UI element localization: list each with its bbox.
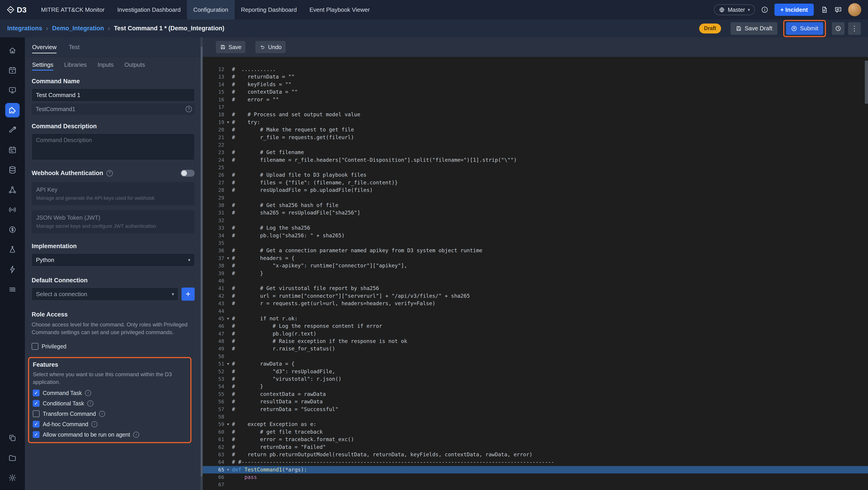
version-history-button[interactable]: [832, 22, 844, 35]
feature-adhoc-command[interactable]: ✓ Ad-hoc Command i: [33, 421, 187, 428]
code-line[interactable]: 38# "x-apikey": runtime["connector"]["ap…: [203, 262, 868, 269]
nav-configuration[interactable]: Configuration: [187, 0, 235, 20]
webhook-auth-toggle[interactable]: [181, 170, 195, 177]
tab-test[interactable]: Test: [69, 37, 80, 57]
code-line[interactable]: 66 pass: [203, 473, 868, 481]
code-line[interactable]: 59▾# except Exception as e:: [203, 421, 868, 428]
rail-finance[interactable]: [0, 220, 25, 239]
nav-reporting-dashboard[interactable]: Reporting Dashboard: [235, 0, 303, 20]
code-line[interactable]: 36# # Get a connection parameter named a…: [203, 247, 868, 254]
panel-scrollbar-thumb[interactable]: [201, 47, 203, 477]
rail-automation[interactable]: [0, 259, 25, 279]
info-icon[interactable]: i: [133, 432, 139, 438]
add-connection-button[interactable]: +: [182, 288, 195, 301]
editor-scrollbar[interactable]: [865, 57, 868, 490]
code-line[interactable]: 62# returnData = "Failed": [203, 443, 868, 451]
code-line[interactable]: 47# pb.log(r.text): [203, 330, 868, 338]
save-button[interactable]: Save: [216, 41, 246, 53]
rail-events[interactable]: [0, 140, 25, 160]
breadcrumb-integrations[interactable]: Integrations: [7, 25, 42, 32]
code-line[interactable]: 32: [203, 217, 868, 224]
jwt-section[interactable]: JSON Web Token (JWT) Manage secret keys …: [32, 210, 195, 233]
code-line[interactable]: 64# #-----------------------------------…: [203, 458, 868, 466]
code-line[interactable]: 49# r.raise_for_status(): [203, 345, 868, 352]
code-line[interactable]: 40: [203, 277, 868, 285]
rail-home[interactable]: [0, 40, 25, 60]
code-line[interactable]: 17: [203, 104, 868, 111]
info-icon[interactable]: [761, 6, 769, 13]
code-line[interactable]: 35: [203, 239, 868, 247]
code-line[interactable]: 41# # Get virustotal file report by sha2…: [203, 285, 868, 292]
info-icon[interactable]: i: [99, 411, 105, 417]
code-line[interactable]: 44: [203, 308, 868, 315]
rail-integrations[interactable]: [0, 100, 25, 120]
code-line[interactable]: 22: [203, 141, 868, 149]
editor-scrollbar-thumb[interactable]: [865, 61, 868, 104]
code-line[interactable]: 31# sha265 = resUploadFile["sha256"]: [203, 209, 868, 217]
conditional-task-checkbox[interactable]: ✓: [33, 400, 39, 407]
code-line[interactable]: 42# url = runtime["connector"]["serverur…: [203, 292, 868, 300]
d3-logo[interactable]: D3: [7, 5, 26, 14]
rail-utilities[interactable]: [0, 120, 25, 140]
code-line[interactable]: 21# r_file = requests.get(fileurl): [203, 134, 868, 141]
fold-arrow-icon[interactable]: ▾: [224, 119, 232, 126]
rail-data[interactable]: [0, 160, 25, 180]
feature-transform-command[interactable]: Transform Command i: [33, 410, 187, 417]
code-line[interactable]: 20# # Make the request to get file: [203, 126, 868, 134]
code-line[interactable]: 30# # Get sha256 hash of file: [203, 202, 868, 209]
code-line[interactable]: 14# keyFields = "": [203, 81, 868, 88]
feature-run-on-agent[interactable]: ✓ Allow command to be run on agent i: [33, 431, 187, 438]
subtab-libraries[interactable]: Libraries: [64, 57, 87, 73]
code-line[interactable]: 55# contextData = rawData: [203, 391, 868, 398]
code-line[interactable]: 18# # Process and set output model value: [203, 111, 868, 118]
fold-arrow-icon[interactable]: ▾: [224, 255, 232, 262]
code-editor[interactable]: 12# ...........13# returnData = ""14# ke…: [203, 57, 868, 490]
user-avatar[interactable]: [848, 3, 861, 16]
save-draft-button[interactable]: Save Draft: [731, 22, 777, 35]
rail-lab[interactable]: [0, 239, 25, 259]
rail-connections[interactable]: [0, 180, 25, 200]
code-line[interactable]: 28# resUploadFile = pb.uploadFile(files): [203, 186, 868, 194]
subtab-inputs[interactable]: Inputs: [98, 57, 114, 73]
adhoc-command-checkbox[interactable]: ✓: [33, 421, 39, 428]
info-icon[interactable]: i: [85, 390, 91, 396]
code-line[interactable]: 34# pb.log("sha256: " + sha265): [203, 232, 868, 239]
code-line[interactable]: 65▾def TestCommand1(*args):: [203, 466, 868, 473]
code-line[interactable]: 15# contextData = "": [203, 88, 868, 96]
chat-icon[interactable]: [834, 6, 842, 14]
add-incident-button[interactable]: + Incident: [774, 4, 814, 16]
nav-mitre-attack-monitor[interactable]: MITRE ATT&CK Monitor: [35, 0, 111, 20]
fold-arrow-icon[interactable]: ▾: [224, 466, 232, 473]
panel-scrollbar[interactable]: [200, 37, 203, 490]
code-line[interactable]: 50: [203, 353, 868, 360]
fold-arrow-icon[interactable]: ▾: [224, 315, 232, 322]
undo-button[interactable]: Undo: [255, 41, 286, 53]
rail-settings[interactable]: [0, 468, 25, 488]
site-selector[interactable]: Master ▾: [714, 4, 755, 15]
code-line[interactable]: 51▾# rawData = {: [203, 360, 868, 368]
feature-command-task[interactable]: ✓ Command Task i: [33, 390, 187, 396]
privileged-checkbox[interactable]: [32, 343, 38, 350]
fold-arrow-icon[interactable]: ▾: [224, 360, 232, 368]
subtab-outputs[interactable]: Outputs: [125, 57, 145, 73]
code-line[interactable]: 29: [203, 194, 868, 202]
code-line[interactable]: 27# files = {"file": (filename, r_file.c…: [203, 179, 868, 186]
code-line[interactable]: 16# error = "": [203, 96, 868, 104]
code-line[interactable]: 52# "d3": resUploadFile,: [203, 368, 868, 375]
code-line[interactable]: 58: [203, 413, 868, 421]
code-line[interactable]: 67: [203, 481, 868, 488]
rail-playbook[interactable]: [0, 60, 25, 80]
code-line[interactable]: 23# # Get filename: [203, 149, 868, 156]
code-line[interactable]: 54# }: [203, 383, 868, 390]
rail-webhook[interactable]: [0, 200, 25, 220]
run-on-agent-checkbox[interactable]: ✓: [33, 431, 39, 438]
more-options-button[interactable]: ⋮: [848, 22, 861, 35]
implementation-select[interactable]: Python ▾: [32, 253, 195, 266]
command-name-input[interactable]: Test Command 1: [32, 88, 195, 102]
privileged-checkbox-row[interactable]: Privileged: [32, 343, 195, 350]
submit-button[interactable]: Submit: [786, 22, 823, 35]
code-line[interactable]: 26# # Upload file to D3 playbook files: [203, 171, 868, 179]
code-line[interactable]: 24# filename = r_file.headers["Content-D…: [203, 156, 868, 164]
rail-investigation[interactable]: [0, 80, 25, 100]
info-icon[interactable]: i: [91, 421, 97, 427]
